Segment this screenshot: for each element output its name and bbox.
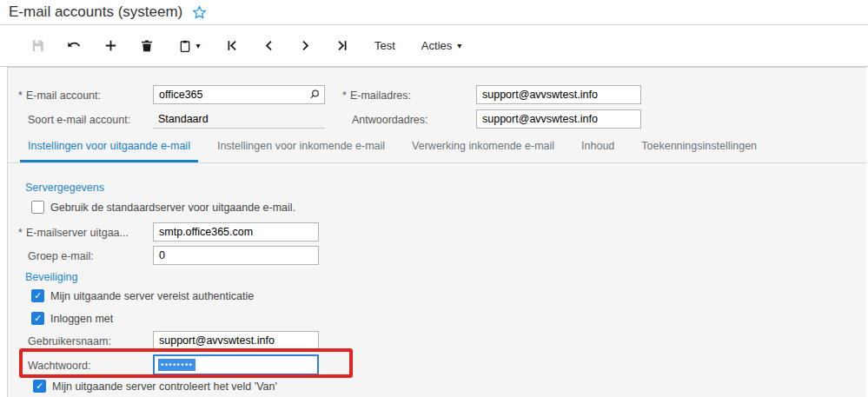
search-icon[interactable] [308,88,321,105]
account-type-label: Soort e-mail account: [28,114,130,126]
requires-auth-checkbox[interactable] [31,289,44,302]
go-last-icon[interactable] [323,30,360,62]
test-button[interactable]: Test [363,30,407,62]
required-marker: * [18,227,23,239]
checkbox-label: Gebruik de standaardserver voor uitgaand… [50,202,295,214]
password-label: Wachtwoord: [28,360,90,372]
password-selected-text: •••••••• [158,359,195,371]
requires-auth-row: Mijn uitgaande server vereist authentica… [31,289,254,302]
email-account-input[interactable] [153,85,325,104]
go-first-icon[interactable] [214,30,250,62]
caret-down-icon: ▾ [457,42,461,50]
save-icon[interactable] [19,30,56,62]
checkbox-label: Inloggen met [50,313,113,325]
email-address-label: *E-mailadres: [342,89,411,102]
username-label: Gebruikersnaam: [28,335,111,347]
required-marker: * [342,89,347,102]
tab-outgoing-settings[interactable]: Instellingen voor uitgaande e-mail [20,140,198,162]
tab-content[interactable]: Inhoud [573,140,622,162]
tab-strip: Instellingen voor uitgaande e-mail Inste… [8,134,866,163]
checkbox-label: Mijn uitgaande server controleert het ve… [52,380,277,393]
page-title: E-mail accounts (systeem) [9,3,182,21]
add-icon[interactable] [92,30,129,62]
reply-address-input[interactable] [476,109,641,129]
actions-dropdown-button[interactable]: Acties ▾ [410,30,473,62]
use-default-server-row: Gebruik de standaardserver voor uitgaand… [31,201,295,214]
toolbar: ▾ Test Acties ▾ [0,25,868,67]
title-bar: E-mail accounts (systeem) [0,0,868,25]
favorite-star-icon[interactable] [191,4,208,21]
login-with-row: Inloggen met [31,312,113,325]
caret-down-icon: ▾ [195,42,200,50]
email-accounts-screen: E-mail accounts (systeem) ▾ [0,0,868,397]
email-group-input[interactable] [153,246,319,265]
delete-icon[interactable] [129,30,165,62]
clipboard-icon[interactable]: ▾ [165,30,214,62]
login-with-checkbox[interactable] [31,312,44,325]
validate-from-checkbox[interactable] [33,380,46,393]
account-type-value: Standaard [153,109,325,129]
outgoing-server-label: *E-mailserver uitgaa... [18,227,129,239]
server-section-header: Servergegevens [25,182,104,194]
checkbox-label: Mijn uitgaande server vereist authentica… [50,290,254,302]
go-previous-icon[interactable] [250,30,287,62]
username-input[interactable] [153,331,319,350]
tab-incoming-settings[interactable]: Instellingen voor inkomende e-mail [209,140,393,162]
tab-incoming-processing[interactable]: Verwerking inkomende e-mail [404,140,562,162]
use-default-server-checkbox[interactable] [31,201,44,214]
security-section-header: Beveiliging [25,271,77,283]
reply-address-label: Antwoordadres: [352,114,428,126]
tab-assignment-settings[interactable]: Toekenningsinstellingen [633,140,765,162]
form-panel: *E-mail account: Soort e-mail account: S… [7,67,866,397]
password-input[interactable]: •••••••• [153,354,319,375]
undo-icon[interactable] [56,30,92,62]
email-address-input[interactable] [476,85,641,104]
email-account-field-wrap [153,85,325,104]
validate-from-row: Mijn uitgaande server controleert het ve… [33,380,277,393]
email-group-label: Groep e-mail: [28,250,94,262]
go-next-icon[interactable] [287,30,323,62]
outgoing-server-input[interactable] [153,222,319,242]
email-account-label: *E-mail account: [18,89,101,102]
required-marker: * [18,89,23,102]
